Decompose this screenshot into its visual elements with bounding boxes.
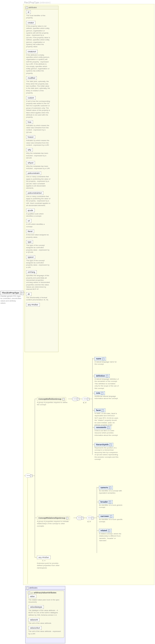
attribute-item: customIf set to true the corresponding p… xyxy=(26,96,57,118)
minus-icon[interactable]: − xyxy=(26,587,29,589)
attribute-desc: One or many constraints that apply to pu… xyxy=(26,176,50,189)
plus-icon[interactable]: + xyxy=(107,426,110,429)
attribute-name[interactable]: whyuri xyxy=(26,161,35,164)
expand-icon[interactable]: − xyxy=(77,398,79,400)
minus-icon[interactable]: − xyxy=(28,592,30,594)
attribute-item: whyuriWhy the metadata has been included… xyxy=(26,161,57,170)
connector xyxy=(35,399,37,399)
attribute-name[interactable]: id xyxy=(26,10,31,14)
choice-connector: − xyxy=(82,397,88,401)
attribute-name[interactable]: uri xyxy=(26,219,31,222)
expand-icon[interactable]: − xyxy=(91,517,94,519)
connector xyxy=(97,488,99,488)
plus-icon[interactable]: + xyxy=(101,392,103,394)
connector xyxy=(89,399,92,399)
attribute-name[interactable]: why xyxy=(26,148,33,152)
connector xyxy=(97,530,99,531)
any-other-main: any ##other xyxy=(37,556,51,559)
attribute-name[interactable]: dir xyxy=(26,292,31,296)
attribute-name[interactable]: typeuri xyxy=(26,255,35,259)
attribute-name[interactable]: type xyxy=(26,240,33,244)
attribute-name[interactable]: xml:lang xyxy=(26,270,37,274)
connector xyxy=(97,516,99,516)
cardinality: 0..∞ xyxy=(88,520,91,522)
minus-icon[interactable]: − xyxy=(26,6,28,9)
attribute-name[interactable]: pubconstraint xyxy=(26,172,41,175)
attribute-item: howIndicates by which means the value wa… xyxy=(26,120,57,134)
attribute-desc: Why the metadata has been included - exp… xyxy=(26,152,50,159)
attribute-name[interactable]: valueunituri xyxy=(28,626,41,630)
concept-definition-group[interactable]: ConceptDefinitionGroup− xyxy=(37,397,66,401)
choice-connector: − xyxy=(87,516,93,520)
element-remoteInfo[interactable]: remoteInfo+ xyxy=(95,426,111,430)
plus-icon[interactable]: + xyxy=(108,530,110,532)
attribute-item: qcodeA qualified code which identifies a… xyxy=(26,209,57,218)
attribute-desc: A free-text value assigned as property v… xyxy=(26,234,50,238)
expand-icon[interactable]: − xyxy=(81,517,84,519)
element-sameAs[interactable]: sameAs+ xyxy=(99,486,113,490)
plus-icon[interactable]: + xyxy=(110,444,112,446)
attribute-name[interactable]: valuedatatype xyxy=(28,605,44,609)
plus-icon[interactable]: + xyxy=(106,375,108,377)
element-desc: An identifier of a more specific concept… xyxy=(99,518,123,523)
bottom-attributes-header[interactable]: −attributes xyxy=(25,586,65,590)
attribute-item: valueunitThe unit of the value attribute… xyxy=(28,618,62,624)
attribute-item: creatoruriIf the attribute is empty, spe… xyxy=(26,50,57,75)
attribute-item: modifiedThe date (and, optionally, the t… xyxy=(26,76,57,94)
element-related[interactable]: related+ xyxy=(99,529,112,532)
element-desc: Represents the position of a concept in … xyxy=(95,447,119,460)
root-type-box[interactable]: Flex1ExtPropType− xyxy=(0,291,24,295)
attribute-name[interactable]: modified xyxy=(26,76,37,80)
connector xyxy=(92,359,95,359)
plus-icon[interactable]: + xyxy=(110,515,112,518)
plus-icon[interactable]: + xyxy=(109,487,111,489)
plus-icon[interactable]: + xyxy=(102,409,104,412)
plus-icon[interactable]: + xyxy=(109,501,111,503)
concept-relationships-group[interactable]: ConceptRelationshipsGroup− xyxy=(37,516,70,520)
attribute-name[interactable]: value xyxy=(28,595,36,598)
attribute-name[interactable]: howuri xyxy=(26,135,35,139)
plus-icon[interactable]: + xyxy=(102,358,104,360)
element-narrower[interactable]: narrower+ xyxy=(99,514,114,518)
element-note[interactable]: note+ xyxy=(95,391,105,395)
attribute-name[interactable]: creatoruri xyxy=(26,50,38,53)
top-attributes-panel: −attributes idThe local identifier of th… xyxy=(25,6,58,352)
attribute-desc: The type of the concept assigned as cont… xyxy=(26,244,50,254)
attribute-name[interactable]: creator xyxy=(26,21,35,24)
any-other-card: 0..∞ xyxy=(42,560,45,562)
attribute-item: howuriIndicates by which means the value… xyxy=(26,135,57,146)
attribute-item: uriA URI which identifies a concept. xyxy=(26,219,57,228)
top-attributes-list: idThe local identifier of the property.c… xyxy=(25,10,58,307)
connector xyxy=(68,399,72,399)
concept-relationships-desc: A group of properties required to indica… xyxy=(37,520,70,527)
attribute-name[interactable]: qcode xyxy=(26,209,35,212)
expand-icon[interactable]: − xyxy=(87,398,90,400)
root-expand-icon[interactable]: − xyxy=(20,292,22,294)
connector xyxy=(92,358,93,455)
attribute-name[interactable]: how xyxy=(26,120,33,124)
element-broader[interactable]: broader+ xyxy=(99,500,113,504)
attribute-name[interactable]: custom xyxy=(26,96,36,100)
attribute-desc: Indicates by which means the value was e… xyxy=(26,140,50,146)
element-hierarchyInfo[interactable]: hierarchyInfo+ xyxy=(95,443,113,446)
attribute-desc: The datatype of the value attribute – it… xyxy=(28,610,61,616)
attribute-name[interactable]: valueunit xyxy=(28,618,39,622)
expand-icon[interactable]: − xyxy=(66,517,68,519)
top-attributes-header[interactable]: −attributes xyxy=(25,6,58,10)
root-type-desc: Flexible generic PCL-type for controlled… xyxy=(0,295,21,304)
attribute-item: pubconstrainturiOne or many constraints … xyxy=(26,191,57,207)
connector xyxy=(92,376,95,376)
connector xyxy=(92,393,95,393)
element-facet[interactable]: facet+ xyxy=(95,408,105,412)
expand-icon[interactable]: − xyxy=(62,398,65,400)
attribute-any-other: any ##other xyxy=(26,303,40,306)
expand-icon[interactable]: − xyxy=(30,474,32,477)
element-definition[interactable]: definition+ xyxy=(95,374,110,378)
attribute-name[interactable]: pubconstrainturi xyxy=(26,191,43,195)
attribute-item: valuedatatypeThe datatype of the value a… xyxy=(28,605,62,616)
attribute-name[interactable]: literal xyxy=(26,230,34,233)
attribute-desc: Indicates by which means the value was e… xyxy=(26,124,50,134)
element-name[interactable]: name+ xyxy=(95,357,106,361)
sequence-connector: − xyxy=(77,516,83,520)
cardinality: 0..∞ xyxy=(83,402,86,404)
